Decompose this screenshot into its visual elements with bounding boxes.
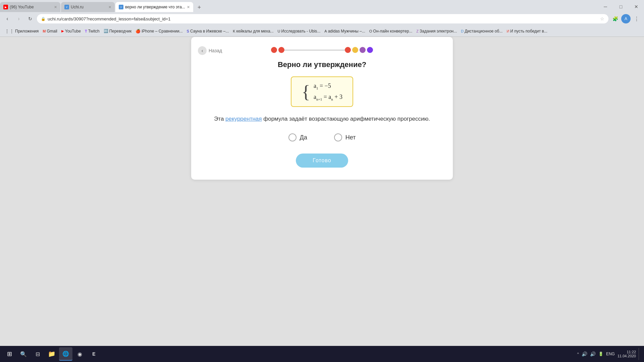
option-yes-label: Да [300, 134, 307, 141]
dot-line-2 [305, 50, 325, 51]
dot-5 [360, 47, 366, 53]
taskbar-network-icon[interactable]: 🔊 [582, 351, 587, 357]
bookmark-sauna[interactable]: S Сауна в Ижевске –... [185, 27, 231, 35]
epic-taskbar-button[interactable]: E [87, 347, 101, 361]
maximize-button[interactable]: □ [613, 1, 629, 12]
browser-menu-button[interactable]: ⋮ [632, 14, 641, 23]
bookmark-twitch[interactable]: T Twitch [83, 27, 102, 35]
bookmark-gmail[interactable]: M Gmail [41, 27, 59, 35]
bookmark-iphone[interactable]: 🍎 iPhone – Сравнении... [133, 27, 184, 35]
start-button[interactable]: ⊞ [3, 347, 16, 361]
bookmark-apps[interactable]: ⋮⋮ Приложения [3, 27, 41, 35]
address-bar-row: ‹ › ↻ 🔒 uchi.ru/cards/30907?recommended_… [0, 12, 644, 25]
back-nav-button[interactable]: ‹ [3, 14, 12, 23]
radio-yes[interactable] [288, 133, 297, 141]
address-text: uchi.ru/cards/30907?recommended_lesson=f… [48, 16, 598, 21]
taskbar-volume-icon[interactable]: 🔊 [590, 351, 596, 357]
search-taskbar-button[interactable]: 🔍 [17, 347, 30, 361]
chrome-taskbar-button[interactable]: 🌐 [59, 347, 72, 361]
option-no-label: Нет [345, 134, 356, 141]
bookmark-converter[interactable]: O Он-лайн конвертер... [367, 27, 415, 35]
ready-button-row: Готово [205, 154, 439, 168]
forward-nav-button[interactable]: › [14, 14, 23, 23]
window-controls: ─ □ ✕ [598, 1, 644, 12]
tab-title-youtube: (96) YouTube [10, 5, 52, 9]
tab-close-active[interactable]: ✕ [187, 5, 190, 9]
tab-uchi[interactable]: У Uchi.ru ✕ [61, 2, 115, 12]
bookmark-ubisoft[interactable]: U Исследовать - Ubis... [276, 27, 323, 35]
bookmark-star-icon[interactable]: ☆ [600, 16, 604, 21]
tab-add-button[interactable]: + [195, 3, 204, 12]
dot-1 [271, 47, 277, 53]
taskbar-time: 11:22 [627, 350, 636, 354]
task-view-button[interactable]: ⊟ [31, 347, 44, 361]
reload-button[interactable]: ↻ [25, 14, 35, 23]
tab-close-youtube[interactable]: ✕ [54, 5, 57, 9]
bookmark-distance[interactable]: D Дистанционное об... [459, 27, 504, 35]
bookmark-letwin[interactable]: И И пусть победит в... [504, 27, 549, 35]
description-after: формула задаёт возрастающую арифметическ… [262, 116, 430, 122]
tabs-bar: ▶ (96) YouTube ✕ У Uchi.ru ✕ У верно ли … [0, 0, 644, 12]
app2-taskbar-button[interactable]: ◉ [73, 347, 87, 361]
taskbar-chevron-icon[interactable]: ^ [577, 352, 579, 356]
dot-line-3 [325, 50, 345, 51]
radio-no[interactable] [334, 133, 342, 141]
tab-favicon-youtube: ▶ [3, 5, 8, 9]
progress-row [205, 47, 439, 53]
question-title: Верно ли утверждение? [205, 60, 439, 69]
taskbar-date: 11.04.2020 [618, 354, 636, 358]
taskbar-datetime: 11:22 11.04.2020 [618, 350, 636, 358]
description-text: Эта рекуррентная формула задаёт возраста… [205, 114, 439, 123]
formula-container: { a1 = −5 an+1 = an + 3 [205, 76, 439, 107]
tab-active[interactable]: У верно ли утверждение что эта... ✕ [115, 2, 193, 12]
tab-favicon-uchi: У [64, 5, 69, 9]
taskbar-language[interactable]: ENG [606, 352, 615, 356]
back-label: Назад [209, 48, 222, 53]
taskbar-battery-icon[interactable]: 🔋 [598, 352, 603, 356]
bookmarks-bar: ⋮⋮ Приложения M Gmail ▶ YouTube T Twitch… [0, 25, 644, 37]
minimize-button[interactable]: ─ [598, 1, 613, 12]
show-desktop-button[interactable] [639, 348, 641, 360]
dot-2 [278, 47, 284, 53]
browser-window: ▶ (96) YouTube ✕ У Uchi.ru ✕ У верно ли … [0, 0, 644, 362]
lock-icon: 🔒 [41, 17, 46, 21]
browser-menu-icons: 🧩 A ⋮ [610, 14, 641, 23]
ready-button[interactable]: Готово [296, 154, 348, 168]
brace-icon: { [302, 83, 310, 101]
tab-title-uchi: Uchi.ru [71, 5, 107, 9]
dot-3 [345, 47, 351, 53]
bookmark-tasks[interactable]: Z Задания электрон... [414, 27, 459, 35]
address-bar[interactable]: 🔒 uchi.ru/cards/30907?recommended_lesson… [37, 14, 608, 23]
question-card: ‹ Назад Верно ли утверждение? { [191, 37, 453, 180]
description-before: Эта [214, 116, 225, 122]
dot-line-1 [284, 50, 305, 51]
option-yes[interactable]: Да [288, 133, 307, 141]
formula-box: { a1 = −5 an+1 = an + 3 [291, 76, 353, 107]
formula-line-2: an+1 = an + 3 [314, 94, 342, 101]
dot-4 [352, 47, 358, 53]
tab-title-active: верно ли утверждение что эта... [125, 5, 185, 9]
bookmark-translator[interactable]: 🔤 Переводчик [102, 27, 134, 35]
tab-close-uchi[interactable]: ✕ [108, 5, 111, 9]
dot-6 [367, 47, 373, 53]
back-chevron-icon: ‹ [198, 46, 207, 55]
formula-line-1: a1 = −5 [314, 82, 342, 90]
bookmark-keycaps[interactable]: K кейкалы для меха... [231, 27, 275, 35]
tab-youtube[interactable]: ▶ (96) YouTube ✕ [0, 2, 60, 12]
taskbar: ⊞ 🔍 ⊟ 📁 🌐 ◉ E ^ 🔊 🔊 🔋 ENG 11:22 11.04.20… [0, 346, 644, 362]
options-row: Да Нет [205, 133, 439, 141]
close-button[interactable]: ✕ [629, 1, 644, 12]
file-explorer-button[interactable]: 📁 [45, 347, 58, 361]
description-link[interactable]: рекуррентная [225, 116, 262, 122]
bookmark-youtube[interactable]: ▶ YouTube [59, 27, 83, 35]
page-content: ‹ Назад Верно ли утверждение? { [0, 37, 644, 346]
back-button[interactable]: ‹ Назад [198, 46, 222, 55]
tab-favicon-active: У [119, 5, 123, 9]
taskbar-right: ^ 🔊 🔊 🔋 ENG 11:22 11.04.2020 [577, 348, 641, 360]
extensions-icon[interactable]: 🧩 [610, 14, 620, 23]
profile-icon[interactable]: A [621, 14, 631, 23]
formula-lines: a1 = −5 an+1 = an + 3 [314, 82, 342, 101]
option-no[interactable]: Нет [334, 133, 356, 141]
bookmark-adidas[interactable]: A adidas Мужчины –... [322, 27, 367, 35]
